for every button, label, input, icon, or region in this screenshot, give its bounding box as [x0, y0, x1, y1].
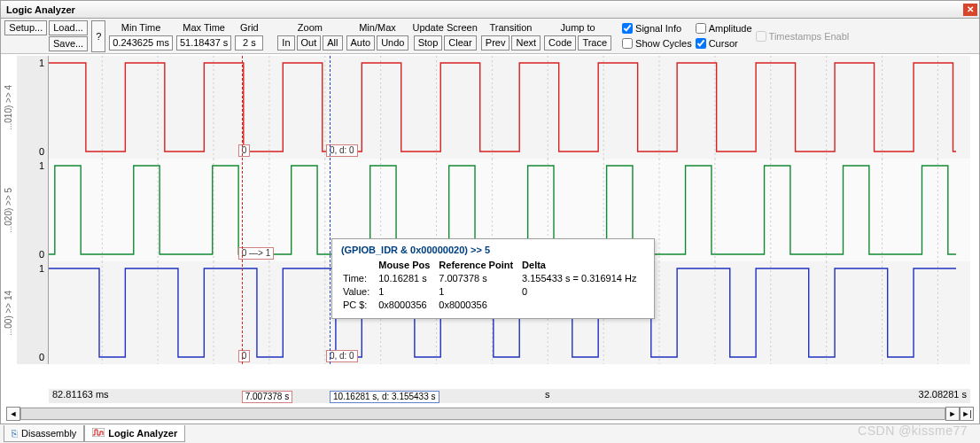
amplitude-checkbox[interactable]: Amplitude: [696, 21, 752, 35]
transition-next-button[interactable]: Next: [511, 35, 541, 51]
close-button[interactable]: ✕: [963, 4, 977, 16]
scroll-left-button[interactable]: ◄: [6, 407, 20, 421]
min-time-label: Min Time: [121, 22, 161, 35]
scroll-end-button[interactable]: ►|: [960, 407, 974, 421]
tab-bar: ⎘ Disassembly Logic Analyzer: [0, 424, 980, 443]
minmax-undo-button[interactable]: Undo: [377, 35, 408, 51]
cursor-checkbox[interactable]: Cursor: [696, 36, 738, 51]
reference-cursor[interactable]: [242, 56, 243, 364]
disassembly-icon: ⎘: [12, 428, 18, 439]
time-unit: s: [545, 389, 550, 400]
tooltip-table: Mouse PosReference PointDeltaTime:10.162…: [341, 258, 646, 313]
jump-trace-button[interactable]: Trace: [578, 35, 611, 51]
time-ref-box: 7.007378 s: [242, 391, 293, 403]
time-left: 82.81163 ms: [52, 389, 109, 400]
tab-disassembly[interactable]: ⎘ Disassembly: [4, 425, 84, 442]
tab-logic-analyzer[interactable]: Logic Analyzer: [84, 425, 185, 442]
jump-label: Jump to: [561, 22, 595, 35]
timestamps-checkbox: Timestamps Enabl: [756, 29, 850, 43]
help-button[interactable]: ?: [91, 20, 105, 52]
marker-ref-value-2: 0: [238, 350, 251, 362]
time-mouse-box: 10.16281 s, d: 3.155433 s: [330, 391, 439, 403]
marker-transition-value: 0 —> 1: [238, 247, 275, 260]
zoom-out-button[interactable]: Out: [297, 35, 322, 51]
time-axis: 82.81163 ms 7.007378 s 10.16281 s, d: 3.…: [49, 389, 970, 403]
transition-prev-button[interactable]: Prev: [481, 35, 510, 51]
signal-label: ...00) >> 14: [1, 261, 17, 364]
load-button[interactable]: Load...: [49, 20, 88, 35]
marker-mouse-value: 0, d: 0: [326, 144, 358, 157]
signal-info-tooltip: (GPIOB_IDR & 0x00000020) >> 5 Mouse PosR…: [331, 238, 656, 319]
scroll-right-button[interactable]: ►: [945, 407, 960, 421]
toolbar: Setup... Load... Setup... Save... ? Min …: [1, 19, 979, 54]
signal-label: ...020) >> 5: [1, 159, 17, 261]
transition-label: Transition: [490, 22, 533, 35]
show-cycles-checkbox[interactable]: Show Cycles: [622, 36, 692, 51]
mouse-cursor[interactable]: [330, 56, 331, 364]
max-time-label: Max Time: [183, 22, 225, 35]
update-clear-button[interactable]: Clear: [444, 35, 476, 51]
grid-value: 2 s: [235, 35, 263, 51]
zoom-in-button[interactable]: In: [277, 35, 294, 51]
save-button[interactable]: Save...: [49, 36, 88, 51]
zoom-all-button[interactable]: All: [323, 35, 342, 51]
minmax-auto-button[interactable]: Auto: [346, 35, 376, 51]
min-time-value: 0.243625 ms: [109, 35, 173, 51]
max-time-value: 51.18437 s: [176, 35, 231, 51]
grid-label: Grid: [240, 22, 259, 35]
window-title: Logic Analyzer: [6, 4, 75, 15]
signal-label: ...010) >> 4: [1, 56, 17, 159]
time-right: 32.08281 s: [919, 389, 967, 400]
tooltip-header: (GPIOB_IDR & 0x00000020) >> 5: [341, 245, 646, 258]
marker-ref-value: 0: [238, 144, 251, 157]
update-label: Update Screen: [412, 22, 477, 35]
jump-code-button[interactable]: Code: [544, 35, 576, 51]
titlebar: Logic Analyzer ✕: [1, 1, 979, 19]
update-stop-button[interactable]: Stop: [414, 35, 443, 51]
signal-info-checkbox[interactable]: Signal Info: [622, 21, 681, 35]
setup-button[interactable]: Setup...: [4, 20, 47, 35]
horizontal-scrollbar[interactable]: ◄ ► ►|: [6, 407, 974, 421]
scroll-thumb[interactable]: [20, 408, 945, 420]
plot-region[interactable]: ...010) >> 410...020) >> 510...00) >> 14…: [1, 56, 979, 364]
logic-analyzer-icon: [92, 428, 105, 439]
marker-mouse-value-2: 0, d: 0: [326, 350, 358, 362]
minmax-label: Min/Max: [359, 22, 396, 35]
zoom-label: Zoom: [298, 22, 323, 35]
